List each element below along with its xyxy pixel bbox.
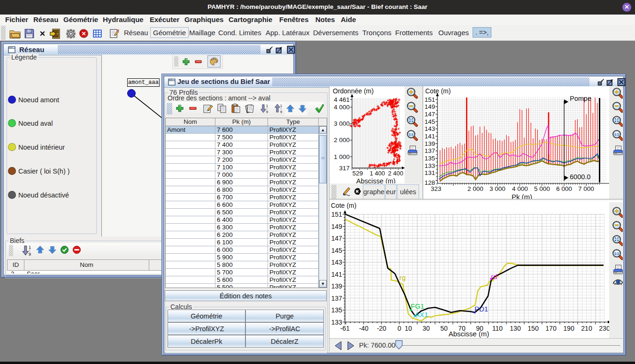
svg-text:150: 150 [528, 325, 539, 332]
svg-text:1:1: 1:1 [409, 133, 413, 136]
svg-text:3 000: 3 000 [490, 185, 505, 192]
svg-text:145: 145 [424, 118, 435, 125]
svg-text:5 000: 5 000 [534, 185, 550, 192]
svg-text:30: 30 [422, 325, 430, 332]
svg-text:2 000: 2 000 [467, 185, 483, 192]
svg-text:137: 137 [331, 295, 343, 302]
svg-text:-40: -40 [359, 325, 368, 332]
svg-text:145: 145 [331, 247, 343, 254]
svg-text:135: 135 [424, 155, 435, 162]
svg-text:1 000: 1 000 [334, 153, 350, 160]
svg-text:0: 0 [398, 325, 401, 332]
svg-text:139: 139 [424, 140, 435, 147]
svg-text:323: 323 [431, 185, 442, 192]
svg-text:-20: -20 [377, 325, 386, 332]
svg-text:4 461: 4 461 [334, 96, 350, 103]
svg-text:141: 141 [331, 271, 343, 278]
svg-text:143: 143 [424, 125, 435, 132]
svg-text:PD1: PD1 [474, 305, 488, 313]
svg-text:Ordonnée (m): Ordonnée (m) [333, 87, 374, 95]
svg-text:AX1: AX1 [415, 311, 428, 318]
svg-text:133: 133 [424, 162, 435, 169]
svg-text:Cote (m): Cote (m) [331, 202, 356, 209]
svg-text:rd: rd [491, 273, 497, 281]
svg-text:Abscisse (m): Abscisse (m) [449, 330, 490, 338]
svg-text:9: 9 [29, 252, 31, 256]
svg-text:210: 210 [581, 325, 592, 332]
svg-text:3 000: 3 000 [334, 120, 350, 127]
svg-text:1: 1 [29, 245, 31, 250]
svg-text:190: 190 [563, 325, 574, 332]
svg-text:2 000: 2 000 [334, 136, 350, 144]
svg-text:110: 110 [492, 325, 503, 332]
svg-text:2 400: 2 400 [388, 170, 404, 177]
svg-text:149: 149 [331, 223, 343, 230]
svg-text:147: 147 [331, 235, 343, 242]
svg-text:141: 141 [424, 133, 435, 140]
svg-text:1:1: 1:1 [614, 133, 619, 136]
svg-text:9: 9 [266, 110, 268, 114]
svg-text:7 000: 7 000 [578, 185, 594, 192]
svg-text:230: 230 [599, 325, 610, 332]
svg-text:10: 10 [405, 325, 412, 332]
svg-text:139: 139 [331, 282, 343, 290]
svg-text:1: 1 [266, 104, 268, 108]
svg-text:151: 151 [331, 211, 343, 218]
svg-text:1: 1 [280, 104, 283, 108]
svg-text:149: 149 [424, 103, 435, 110]
svg-text:Pompe: Pompe [570, 95, 591, 102]
svg-text:147: 147 [424, 111, 435, 118]
svg-text:130: 130 [510, 325, 521, 332]
svg-text:137: 137 [424, 147, 435, 154]
svg-text:317: 317 [339, 165, 350, 172]
svg-text:1 400: 1 400 [370, 170, 385, 177]
svg-text:1:1: 1:1 [614, 252, 619, 255]
svg-text:131: 131 [424, 169, 435, 176]
svg-text:FG1: FG1 [411, 302, 424, 310]
svg-text:-61: -61 [340, 325, 350, 332]
svg-text:9: 9 [280, 110, 283, 114]
svg-text:4 000: 4 000 [334, 104, 350, 111]
svg-text:143: 143 [331, 258, 343, 266]
svg-text:rg: rg [399, 273, 405, 281]
svg-text:170: 170 [545, 325, 557, 332]
svg-text:Cote (m): Cote (m) [425, 87, 451, 95]
svg-text:529: 529 [352, 170, 363, 177]
svg-text:4 000: 4 000 [512, 185, 528, 192]
svg-text:135: 135 [331, 306, 343, 314]
svg-text:6 000: 6 000 [556, 185, 572, 192]
svg-text:151: 151 [424, 96, 435, 103]
svg-text:6000.0: 6000.0 [570, 173, 590, 181]
svg-text:50: 50 [440, 325, 448, 332]
